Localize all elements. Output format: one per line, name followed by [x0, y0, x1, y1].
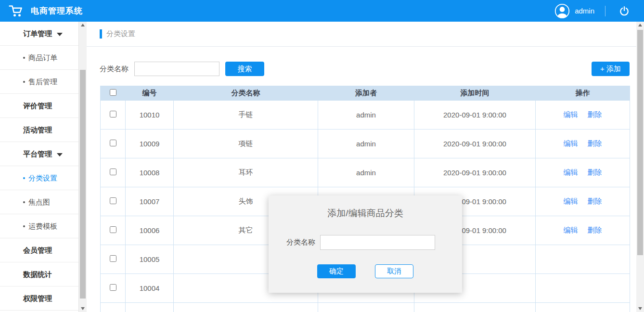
- search-form: 分类名称 搜索: [100, 62, 264, 76]
- sidebar-item-activity-management[interactable]: 活动管理: [0, 118, 78, 142]
- table-row: 10009 项链 admin 2020-09-01 9:00:00 编辑删除: [101, 130, 630, 158]
- row-checkbox[interactable]: [110, 169, 116, 175]
- sidebar-item-permission-management[interactable]: 权限管理: [0, 286, 78, 311]
- row-checkbox[interactable]: [110, 111, 116, 117]
- add-category-button[interactable]: + 添加: [592, 62, 630, 76]
- category-edit-modal: 添加/编辑商品分类 分类名称 确定 取消: [269, 195, 462, 293]
- bullet-icon: [23, 225, 25, 227]
- breadcrumb-text: 分类设置: [106, 29, 135, 39]
- bullet-icon: [23, 177, 25, 179]
- modal-field-label: 分类名称: [286, 238, 315, 247]
- sidebar-item-focus-image[interactable]: 焦点图: [0, 190, 78, 214]
- main-scrollbar[interactable]: [636, 22, 644, 312]
- bullet-icon: [23, 57, 25, 59]
- chevron-down-icon: [57, 33, 63, 36]
- select-all-checkbox[interactable]: [110, 89, 116, 96]
- row-checkbox[interactable]: [110, 197, 116, 204]
- cancel-button[interactable]: 取消: [375, 264, 413, 278]
- edit-link[interactable]: 编辑: [564, 110, 578, 118]
- sidebar-item-after-sales[interactable]: 售后管理: [0, 70, 78, 94]
- scroll-down-icon[interactable]: [79, 305, 87, 312]
- table-row: 10010 手链 admin 2020-09-01 9:00:00 编辑删除: [101, 101, 630, 130]
- sidebar-item-data-statistics[interactable]: 数据统计: [0, 262, 78, 286]
- table-header-row: 编号 分类名称 添加者 添加时间 操作: [101, 86, 630, 101]
- row-checkbox[interactable]: [110, 140, 116, 146]
- row-checkbox[interactable]: [110, 226, 116, 233]
- app-header: 电商管理系统 admin: [0, 0, 644, 22]
- sidebar: 订单管理 商品订单 售后管理 评价管理 活动管理 平台管理 分类设置 焦点图 运…: [0, 22, 78, 312]
- sidebar-item-product-orders[interactable]: 商品订单: [0, 46, 78, 70]
- row-checkbox[interactable]: [110, 255, 116, 262]
- delete-link[interactable]: 删除: [588, 110, 602, 118]
- sidebar-item-member-management[interactable]: 会员管理: [0, 238, 78, 262]
- sidebar-item-order-management[interactable]: 订单管理: [0, 22, 78, 46]
- bullet-icon: [23, 201, 25, 203]
- sidebar-item-review-management[interactable]: 评价管理: [0, 94, 78, 118]
- edit-link[interactable]: 编辑: [564, 168, 578, 176]
- edit-link[interactable]: 编辑: [564, 197, 578, 205]
- scroll-down-icon[interactable]: [636, 305, 644, 312]
- search-button[interactable]: 搜索: [225, 62, 264, 76]
- breadcrumb-accent-bar: [100, 29, 102, 39]
- sidebar-item-shipping-template[interactable]: 运费模板: [0, 214, 78, 238]
- delete-link[interactable]: 删除: [588, 226, 602, 234]
- sidebar-item-category-settings[interactable]: 分类设置: [0, 166, 78, 190]
- app-title: 电商管理系统: [31, 5, 83, 16]
- main-scrollbar-thumb[interactable]: [637, 30, 643, 255]
- delete-link[interactable]: 删除: [588, 197, 602, 205]
- sidebar-scrollbar[interactable]: [78, 22, 87, 312]
- breadcrumb: 分类设置: [87, 22, 636, 47]
- edit-link[interactable]: 编辑: [564, 226, 578, 234]
- column-header-time: 添加时间: [414, 86, 536, 101]
- confirm-button[interactable]: 确定: [317, 264, 356, 278]
- table-row: 10008 耳环 admin 2020-09-01 9:00:00 编辑删除: [101, 158, 630, 187]
- scroll-up-icon[interactable]: [79, 22, 87, 28]
- edit-link[interactable]: 编辑: [564, 139, 578, 147]
- header-divider: [605, 6, 605, 16]
- delete-link[interactable]: 删除: [588, 139, 602, 147]
- username[interactable]: admin: [575, 7, 594, 15]
- search-field-label: 分类名称: [100, 65, 129, 74]
- table-row-partial: [101, 303, 630, 312]
- column-header-name: 分类名称: [174, 86, 318, 101]
- category-name-input[interactable]: [320, 235, 435, 250]
- delete-link[interactable]: 删除: [588, 168, 602, 176]
- scroll-up-icon[interactable]: [636, 22, 644, 28]
- sidebar-item-platform-management[interactable]: 平台管理: [0, 142, 78, 166]
- cart-icon: [9, 4, 23, 17]
- bullet-icon: [23, 81, 25, 83]
- column-header-actions: 操作: [536, 86, 630, 101]
- sidebar-scrollbar-thumb[interactable]: [80, 70, 86, 299]
- logout-power-icon[interactable]: [619, 6, 630, 16]
- chevron-down-icon: [57, 153, 63, 156]
- column-header-id: 编号: [126, 86, 174, 101]
- column-header-creator: 添加者: [318, 86, 414, 101]
- modal-title: 添加/编辑商品分类: [269, 207, 462, 220]
- avatar[interactable]: [554, 3, 570, 19]
- category-name-search-input[interactable]: [134, 62, 219, 76]
- row-checkbox[interactable]: [110, 284, 116, 291]
